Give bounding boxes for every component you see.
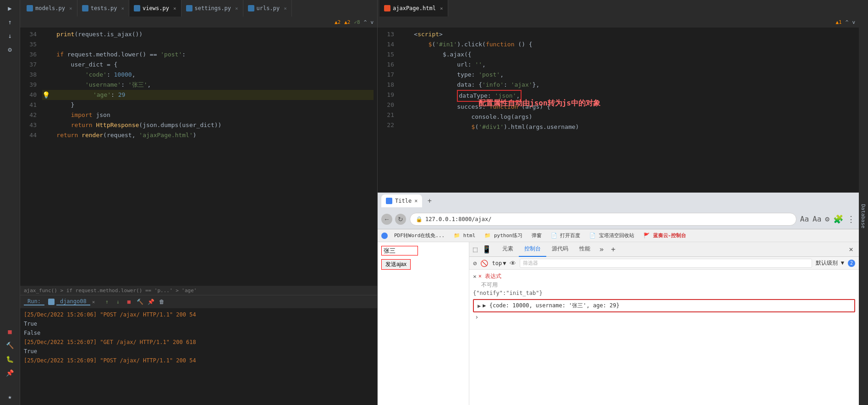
tab-models-py[interactable]: models.py ×: [22, 0, 77, 17]
sidebar-favorite-icon[interactable]: ★: [2, 390, 18, 403]
code-line-34: print(request.is_ajax()): [42, 29, 374, 39]
devtools-more-icon[interactable]: »: [596, 245, 608, 254]
run-pin-btn[interactable]: 📌: [146, 297, 155, 306]
right-up[interactable]: ^: [846, 19, 849, 25]
right-down[interactable]: v: [852, 19, 855, 25]
lock-icon: 🔒: [416, 216, 423, 222]
devtools-inspect-icon[interactable]: ⬚: [471, 245, 479, 254]
code-area-left[interactable]: 34 35 36 37 38 39 40 41 42 43 44 print(r…: [20, 28, 377, 286]
devtools-tab-performance[interactable]: 性能: [574, 242, 596, 257]
browser-nav-controls: ← ↻: [381, 214, 406, 225]
devtools-top-select[interactable]: top ▼: [492, 260, 506, 266]
bm-pdf[interactable]: PDF转Word在线免...: [391, 231, 447, 240]
run-build-btn[interactable]: 🔨: [135, 297, 144, 306]
ajax-send-btn[interactable]: 发送ajax: [381, 259, 411, 270]
devtools-add-icon[interactable]: +: [607, 245, 619, 254]
tab-models-py-label: models.py: [35, 5, 65, 11]
run-stop-btn[interactable]: ■: [124, 297, 133, 306]
devtools-filter-input[interactable]: 筛选器: [520, 259, 812, 268]
tab-ajax-html[interactable]: ajaxPage.html ×: [379, 0, 448, 17]
run-trash-btn[interactable]: 🗑: [157, 297, 166, 306]
browser-icon-settings[interactable]: ⚙: [825, 215, 830, 223]
browser-icon-ext[interactable]: 🧩: [833, 214, 843, 224]
run-line-1: True: [24, 319, 374, 328]
code-line-38: 'code': 10000,: [42, 70, 374, 80]
left-tab-bar: models.py × tests.py × views.py × settin…: [20, 0, 377, 17]
browser-icon-menu[interactable]: ⋮: [847, 214, 855, 224]
browser-new-tab-btn[interactable]: +: [424, 195, 435, 206]
sidebar-pin-icon[interactable]: 📌: [2, 366, 18, 379]
browser-tab-close[interactable]: ×: [414, 198, 418, 204]
tab-ajax-html-close[interactable]: ×: [440, 6, 443, 11]
bm-lanzou[interactable]: 🚩 蓝奏云-控制台: [641, 231, 689, 240]
sidebar-up-icon[interactable]: ↑: [2, 16, 18, 28]
dt-close-btn[interactable]: ×: [473, 273, 477, 280]
browser-refresh-btn[interactable]: ↻: [395, 214, 406, 225]
chevron-down-icon: ▼: [503, 260, 506, 266]
tab-views-py-close[interactable]: ×: [173, 6, 176, 11]
code-line-35: [42, 39, 374, 50]
up-indicator[interactable]: ^: [364, 19, 367, 25]
right-warn1: ▲1: [836, 19, 842, 25]
bm-folder-html[interactable]: 📁 html: [451, 232, 478, 239]
tab-tests-py[interactable]: tests.py ×: [77, 0, 129, 17]
sidebar-stop-icon[interactable]: ■: [2, 325, 18, 338]
dt-result-text: ▶ {code: 10000, username: '张三', age: 29}: [483, 302, 620, 310]
right-sidebar: Database SciView: [859, 0, 868, 405]
browser-back-btn[interactable]: ←: [381, 214, 392, 225]
browser-icon-translate[interactable]: Aa: [800, 215, 809, 223]
sidebar-debug-icon[interactable]: 🐛: [2, 353, 18, 366]
run-up-btn[interactable]: ↑: [102, 297, 111, 306]
sidebar-run-icon[interactable]: ▶: [2, 2, 18, 15]
tab-views-py-label: views.py: [143, 5, 169, 11]
devtools-badge: 2: [848, 260, 855, 267]
dt-prompt-arrow: ›: [473, 312, 855, 322]
devtools-eye-icon[interactable]: 👁: [510, 260, 516, 267]
tab-models-py-close[interactable]: ×: [69, 6, 72, 11]
devtools-toolbar: ⊘ 🚫 top ▼ 👁 筛选器 默认级别 ▼ 2: [469, 257, 859, 270]
rcode-line-18: data: {'info': 'ajax'},: [400, 80, 855, 90]
devtools-mobile-icon[interactable]: 📱: [480, 245, 493, 254]
code-lines-left: print(request.is_ajax()) if request.meth…: [38, 28, 377, 286]
sidebar-down-icon[interactable]: ↓: [2, 29, 18, 42]
bm-tanc[interactable]: 弹窗: [529, 231, 544, 240]
sidebar-build-icon[interactable]: 🔨: [2, 339, 18, 352]
code-area-right[interactable]: 13 14 15 16 17 18 19 20 21 22 <script>: [378, 28, 859, 192]
run-tab-close[interactable]: ×: [92, 299, 95, 305]
dt-triangle-icon[interactable]: ▶: [478, 303, 481, 309]
tab-urls-py-close[interactable]: ×: [284, 6, 287, 11]
run-line-2: False: [24, 328, 374, 338]
devtools-tab-console[interactable]: 控制台: [519, 242, 546, 257]
ajax-input[interactable]: [381, 246, 418, 255]
bm-baota[interactable]: 📄 宝塔清空回收站: [587, 231, 637, 240]
tab-views-py[interactable]: views.py ×: [129, 0, 181, 17]
devtools-level-select[interactable]: 默认级别 ▼: [816, 259, 844, 267]
line-numbers-right: 13 14 15 16 17 18 19 20 21 22: [378, 28, 396, 192]
run-tab-name[interactable]: django08: [56, 298, 90, 305]
run-line-4: True: [24, 347, 374, 356]
rcode-line-17: type: 'post',: [400, 70, 855, 80]
tab-settings-py-label: settings.py: [195, 5, 231, 11]
rs-database-label[interactable]: Database: [858, 202, 868, 230]
tab-settings-py[interactable]: settings.py ×: [181, 0, 243, 17]
browser-favicon: [386, 198, 392, 204]
down-indicator[interactable]: v: [370, 19, 374, 25]
tab-tests-py-close[interactable]: ×: [121, 6, 124, 11]
bm-folder-python[interactable]: 📁 python练习: [482, 231, 525, 240]
devtools-clear-icon[interactable]: 🚫: [480, 260, 488, 267]
run-down-btn[interactable]: ↓: [113, 297, 122, 306]
devtools-panel: ⬚ 📱 元素 控制台 源代码 性能 » + × ⊘: [469, 242, 859, 405]
dt-result-box: ▶ ▶ {code: 10000, username: '张三', age: 2…: [473, 299, 855, 312]
bm-baidu[interactable]: 📄 打开百度: [548, 231, 583, 240]
devtools-tab-elements[interactable]: 元素: [497, 242, 519, 257]
devtools-tab-sources[interactable]: 源代码: [546, 242, 574, 257]
browser-address-bar[interactable]: 🔒 127.0.0.1:8000/ajax/: [410, 213, 797, 226]
devtools-close-icon[interactable]: ×: [845, 245, 857, 254]
browser-chrome: ← ↻ 🔒 127.0.0.1:8000/ajax/ Aa Аа ⚙ 🧩 ⋮: [378, 209, 859, 229]
devtools-stop-icon[interactable]: ⊘: [473, 260, 477, 267]
tab-urls-py[interactable]: urls.py ×: [243, 0, 292, 17]
tab-settings-py-close[interactable]: ×: [235, 6, 238, 11]
sidebar-settings-icon[interactable]: ⚙: [2, 43, 18, 56]
browser-tab-title[interactable]: Title ×: [381, 194, 422, 207]
browser-icon-read[interactable]: Аа: [813, 215, 821, 223]
